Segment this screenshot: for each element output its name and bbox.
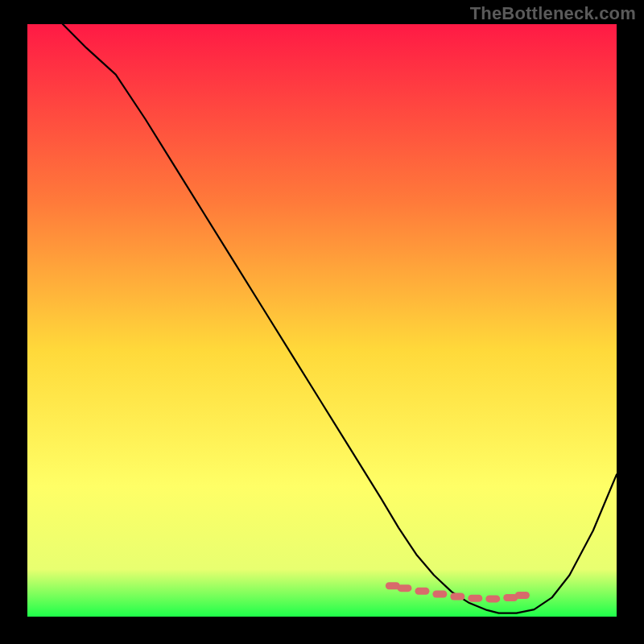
plot-area [27, 24, 617, 617]
optimal-marker [515, 592, 530, 599]
optimal-marker [432, 591, 447, 598]
optimal-marker [485, 595, 500, 602]
chart-container: TheBottleneck.com [0, 0, 644, 644]
optimal-marker [415, 588, 429, 595]
chart-svg [27, 24, 617, 617]
gradient-background [27, 24, 617, 617]
optimal-marker [397, 584, 411, 592]
optimal-marker [450, 592, 464, 600]
watermark-text: TheBottleneck.com [470, 3, 636, 24]
optimal-marker [468, 595, 482, 602]
